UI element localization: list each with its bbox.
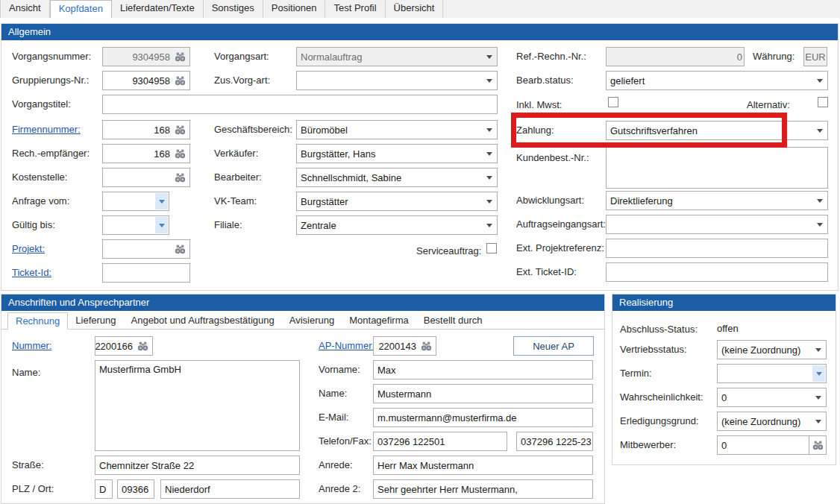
projekt-input[interactable] (102, 239, 190, 259)
tab-ansicht[interactable]: Ansicht (0, 0, 50, 18)
vorgangstitel-input[interactable] (102, 95, 498, 114)
projekt-link[interactable]: Projekt: (12, 242, 45, 255)
calendar-dropdown-icon[interactable] (812, 365, 825, 382)
vorgangsnummer-input: 9304958 (102, 47, 190, 66)
tab-lieferung[interactable]: Lieferung (68, 312, 123, 330)
tab-lieferdaten-texte[interactable]: Lieferdaten/Texte (112, 0, 204, 18)
firmennummer-link[interactable]: Firmennummer: (12, 123, 81, 136)
kundenbest-nr-textarea[interactable] (606, 147, 828, 189)
binoculars-icon[interactable] (175, 173, 186, 183)
binoculars-icon[interactable] (175, 125, 186, 135)
calendar-dropdown-icon[interactable] (155, 217, 168, 233)
telefon-input[interactable]: 037296 122501 (373, 432, 507, 451)
section-anschriften: Anschriften und Ansprechpartner Rechnung… (1, 294, 605, 504)
abwicklungsart-combo[interactable]: Direktlieferung (606, 191, 828, 210)
gueltig-bis-datepicker[interactable] (102, 215, 169, 235)
calendar-dropdown-icon[interactable] (155, 193, 168, 210)
tab-angebot-auftragsbestaetigung[interactable]: Angebot und Auftragsbestätigung (124, 312, 282, 330)
chevron-down-icon (817, 79, 823, 83)
vertriebsstatus-value: (keine Zuordnung) (721, 344, 800, 356)
wahrscheinlichkeit-combo[interactable]: 0 (717, 388, 827, 407)
vertriebsstatus-combo[interactable]: (keine Zuordnung) (717, 340, 827, 359)
tab-sonstiges[interactable]: Sonstiges (204, 0, 263, 18)
window-tabbar: Ansicht Kopfdaten Lieferdaten/Texte Sons… (0, 0, 840, 18)
auftragseingangsart-label: Auftragseingangsart: (516, 218, 606, 230)
zusvorgart-combo[interactable] (296, 71, 498, 90)
termin-datepicker[interactable] (717, 364, 827, 383)
nummer-input[interactable]: 2200166 (95, 336, 153, 356)
anrede2-input[interactable]: Sehr geehrter Herr Mustermann, (373, 479, 593, 499)
vk-team-value: Burgstätter (301, 196, 348, 207)
ap-name-input[interactable]: Mustermann (373, 384, 593, 403)
rechempfaenger-label: Rech.-empfänger: (12, 147, 90, 160)
tab-bestellt-durch[interactable]: Bestellt durch (416, 312, 490, 330)
anfrage-vom-datepicker[interactable] (102, 192, 169, 211)
verkaeufer-value: Burgstätter, Hans (301, 148, 375, 160)
nummer-value: 2200166 (95, 341, 133, 352)
filiale-combo[interactable]: Zentrale (296, 215, 498, 235)
vk-team-combo[interactable]: Burgstätter (296, 192, 498, 211)
ap-nummer-link[interactable]: AP-Nummer: (319, 339, 374, 352)
binoculars-icon[interactable] (137, 341, 148, 351)
geschaeftsbereich-label: Geschäftsbereich: (214, 123, 292, 136)
ticket-id-link[interactable]: Ticket-Id: (12, 266, 51, 279)
firmennummer-input[interactable]: 168 (102, 120, 190, 139)
tab-kopfdaten[interactable]: Kopfdaten (50, 0, 112, 18)
email-input[interactable]: m.mustermann@musterfirma.de (373, 408, 593, 427)
ticket-id-input[interactable] (102, 263, 190, 283)
binoculars-icon[interactable] (175, 149, 186, 159)
name-textarea[interactable]: Musterfirma GmbH (95, 360, 300, 451)
abschluss-status-value: offen (717, 323, 739, 334)
rechempfaenger-input[interactable]: 168 (102, 144, 190, 163)
ext-ticket-id-input[interactable] (606, 262, 828, 282)
binoculars-icon[interactable] (421, 341, 432, 351)
inkl-mwst-checkbox[interactable] (608, 97, 618, 107)
serviceauftrag-checkbox[interactable] (486, 243, 497, 253)
ext-projektreferenz-input[interactable] (606, 239, 828, 258)
bearbeiter-combo[interactable]: Schnellschmidt, Sabine (296, 168, 498, 187)
alternativ-checkbox[interactable] (818, 97, 828, 107)
vorgangsart-value: Normalauftrag (301, 51, 362, 63)
strasse-input[interactable]: Chemnitzer Straße 22 (95, 456, 300, 475)
ap-nummer-input[interactable]: 2200143 (373, 336, 436, 356)
erledigungsgrund-value: (keine Zuordnung) (721, 416, 800, 427)
tab-montagefirma[interactable]: Montagefirma (342, 312, 416, 330)
nummer-link[interactable]: Nummer: (12, 339, 51, 352)
app-window: Ansicht Kopfdaten Lieferdaten/Texte Sons… (0, 0, 840, 504)
section-anschriften-header: Anschriften und Ansprechpartner (1, 294, 604, 311)
kostenstelle-input[interactable] (102, 168, 190, 187)
land-input[interactable]: D (95, 479, 113, 499)
fax-input[interactable]: 037296 1225-23 (516, 432, 593, 451)
verkaeufer-combo[interactable]: Burgstätter, Hans (296, 144, 498, 163)
tab-rechnung[interactable]: Rechnung (7, 312, 68, 330)
chevron-down-icon (486, 176, 492, 180)
anschriften-tabbar: Rechnung Lieferung Angebot und Auftragsb… (1, 312, 604, 330)
chevron-down-icon (486, 128, 492, 132)
binoculars-icon[interactable] (175, 76, 186, 86)
mitbewerber-lookup-button[interactable] (809, 435, 827, 455)
auftragseingangsart-combo[interactable] (606, 215, 828, 234)
tab-avisierung[interactable]: Avisierung (282, 312, 342, 330)
erledigungsgrund-combo[interactable]: (keine Zuordnung) (717, 412, 827, 431)
vorname-input[interactable]: Max (373, 360, 593, 379)
abschluss-status-label: Abschluss-Status: (620, 323, 698, 336)
section-allgemein: Allgemein Vorgangsnummer: Gruppierungs-N… (1, 23, 839, 291)
plz-input[interactable]: 09366 (117, 479, 154, 499)
wahrscheinlichkeit-label: Wahrscheinlichkeit: (620, 391, 703, 403)
tab-uebersicht[interactable]: Übersicht (386, 0, 444, 18)
mitbewerber-input[interactable]: 0 (717, 435, 809, 455)
ort-input[interactable]: Niederdorf (160, 479, 300, 499)
bearbstatus-combo[interactable]: geliefert (606, 71, 828, 90)
gruppierungsnr-input[interactable]: 9304958 (102, 71, 190, 90)
termin-label: Termin: (620, 367, 652, 379)
neuer-ap-button[interactable]: Neuer AP (513, 336, 594, 356)
geschaeftsbereich-combo[interactable]: Büromöbel (296, 120, 498, 139)
chevron-down-icon (486, 224, 492, 227)
binoculars-icon[interactable] (175, 245, 186, 254)
tab-test-profil[interactable]: Test Profil (325, 0, 385, 18)
tab-positionen[interactable]: Positionen (263, 0, 326, 18)
section-realisierung: Realisierung Abschluss-Status: offen Ver… (612, 294, 836, 465)
gruppierungsnr-label: Gruppierungs-Nr.: (12, 74, 89, 86)
anrede-input[interactable]: Herr Max Mustermann (373, 456, 593, 475)
email-label: E-Mail: (319, 411, 348, 423)
